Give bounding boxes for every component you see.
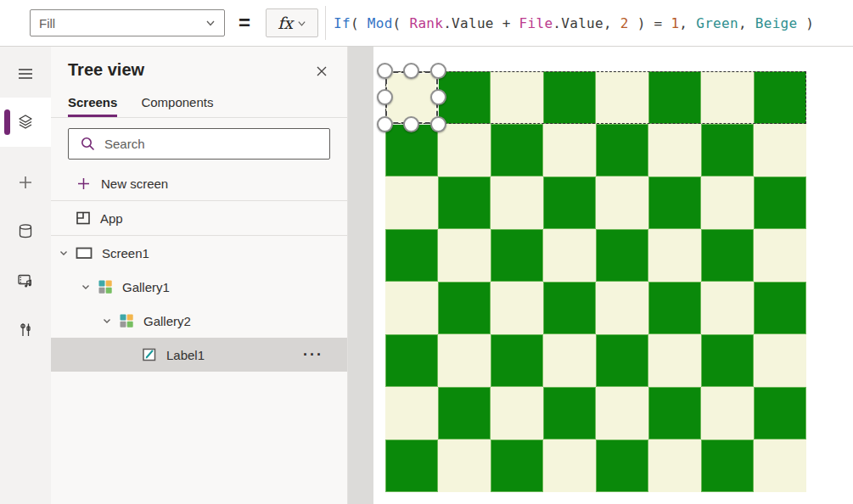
board-cell[interactable]	[648, 387, 701, 440]
selection-handle-top-right[interactable]	[430, 63, 446, 79]
board-cell[interactable]	[385, 176, 438, 229]
board-cell[interactable]	[701, 334, 754, 387]
new-screen-button[interactable]: New screen	[51, 166, 347, 201]
gallery-checkerboard[interactable]	[385, 71, 806, 492]
canvas[interactable]	[373, 47, 853, 504]
tree-view-icon[interactable]	[0, 98, 51, 147]
board-cell[interactable]	[648, 282, 701, 334]
fx-dropdown[interactable]: fx	[266, 8, 318, 37]
tree-item-label1[interactable]: Label1 ···	[51, 338, 347, 372]
tree-item-app[interactable]: App	[51, 201, 347, 236]
board-cell[interactable]	[543, 124, 596, 176]
media-icon[interactable]	[0, 262, 51, 300]
close-icon[interactable]	[313, 63, 330, 83]
chevron-down-icon[interactable]	[80, 281, 92, 293]
board-cell[interactable]	[438, 440, 491, 492]
board-cell[interactable]	[491, 176, 543, 229]
board-cell[interactable]	[754, 176, 806, 229]
board-cell[interactable]	[596, 71, 648, 124]
board-cell[interactable]	[438, 176, 491, 229]
board-cell[interactable]	[491, 440, 543, 492]
tree-item-label: Label1	[166, 348, 205, 362]
data-cylinder-icon[interactable]	[0, 213, 51, 250]
board-cell[interactable]	[385, 229, 438, 282]
board-cell[interactable]	[543, 71, 596, 124]
board-cell[interactable]	[491, 124, 543, 176]
board-cell[interactable]	[596, 176, 648, 229]
board-cell[interactable]	[701, 176, 754, 229]
board-cell[interactable]	[491, 387, 543, 440]
selection-handle-bottom-left[interactable]	[377, 116, 393, 132]
board-cell[interactable]	[596, 282, 648, 334]
board-cell[interactable]	[648, 334, 701, 387]
board-cell[interactable]	[754, 229, 806, 282]
tree-item-gallery2[interactable]: Gallery2	[51, 304, 347, 338]
board-cell[interactable]	[648, 124, 701, 176]
board-cell[interactable]	[648, 229, 701, 282]
board-cell[interactable]	[543, 229, 596, 282]
board-cell[interactable]	[543, 387, 596, 440]
board-cell[interactable]	[438, 229, 491, 282]
tree-item-gallery1[interactable]: Gallery1	[51, 270, 347, 304]
chevron-down-icon[interactable]	[58, 247, 70, 259]
more-actions-button[interactable]: ···	[303, 350, 323, 359]
board-cell[interactable]	[543, 176, 596, 229]
selection-handle-bottom-right[interactable]	[430, 116, 446, 132]
board-cell[interactable]	[385, 282, 438, 334]
board-cell[interactable]	[701, 71, 754, 124]
selection-handle-middle-right[interactable]	[430, 89, 446, 105]
board-cell[interactable]	[648, 440, 701, 492]
selection-handle-bottom-middle[interactable]	[403, 116, 419, 132]
board-cell[interactable]	[754, 71, 806, 124]
board-cell[interactable]	[701, 387, 754, 440]
board-cell[interactable]	[543, 334, 596, 387]
board-cell[interactable]	[754, 334, 806, 387]
tree-item-screen1[interactable]: Screen1	[51, 236, 347, 270]
board-cell[interactable]	[754, 282, 806, 334]
board-cell[interactable]	[648, 71, 701, 124]
board-cell[interactable]	[596, 387, 648, 440]
board-cell[interactable]	[385, 334, 438, 387]
search-input[interactable]	[68, 128, 330, 160]
tab-screens[interactable]: Screens	[68, 95, 117, 117]
board-cell[interactable]	[596, 440, 648, 492]
insert-plus-icon[interactable]	[0, 164, 51, 201]
board-cell[interactable]	[385, 387, 438, 440]
chevron-down-icon[interactable]	[101, 315, 113, 327]
search-box	[68, 128, 330, 160]
board-cell[interactable]	[385, 440, 438, 492]
board-cell[interactable]	[438, 282, 491, 334]
board-cell[interactable]	[491, 282, 543, 334]
gallery-icon	[118, 312, 135, 329]
board-cell[interactable]	[648, 176, 701, 229]
board-cell[interactable]	[701, 282, 754, 334]
board-cell[interactable]	[596, 334, 648, 387]
board-cell[interactable]	[491, 71, 543, 124]
board-cell[interactable]	[596, 229, 648, 282]
hamburger-menu-icon[interactable]	[0, 55, 51, 92]
board-cell[interactable]	[596, 124, 648, 176]
property-selector[interactable]: Fill	[30, 9, 225, 36]
formula-bar: Fill = fx If( Mod( Rank.Value + File.Val…	[0, 0, 853, 47]
selection-handle-top-middle[interactable]	[403, 63, 419, 79]
label1-selection[interactable]	[385, 71, 438, 124]
board-cell[interactable]	[701, 124, 754, 176]
formula-token: If	[334, 15, 351, 31]
board-cell[interactable]	[438, 124, 491, 176]
board-cell[interactable]	[543, 282, 596, 334]
board-cell[interactable]	[754, 387, 806, 440]
selection-handle-top-left[interactable]	[377, 63, 393, 79]
board-cell[interactable]	[491, 229, 543, 282]
board-cell[interactable]	[491, 334, 543, 387]
formula-input[interactable]: If( Mod( Rank.Value + File.Value, 2 ) = …	[325, 6, 853, 40]
advanced-tools-icon[interactable]	[0, 311, 51, 349]
board-cell[interactable]	[438, 387, 491, 440]
board-cell[interactable]	[701, 229, 754, 282]
selection-handle-middle-left[interactable]	[377, 89, 393, 105]
board-cell[interactable]	[701, 440, 754, 492]
tab-components[interactable]: Components	[141, 95, 213, 117]
board-cell[interactable]	[438, 334, 491, 387]
board-cell[interactable]	[543, 440, 596, 492]
board-cell[interactable]	[754, 124, 806, 176]
board-cell[interactable]	[754, 440, 806, 492]
